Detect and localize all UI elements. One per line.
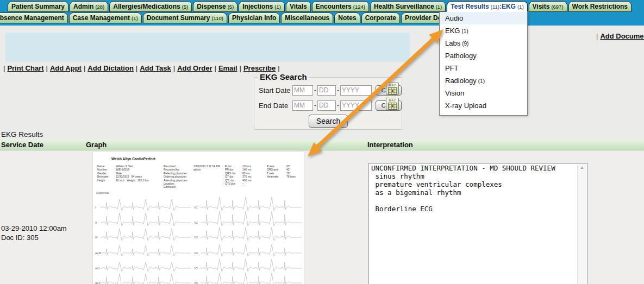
link-print-chart[interactable]: Print Chart [7,64,43,72]
menu-item-pft[interactable]: PFT [440,62,527,74]
dash: - [337,102,339,109]
separator: | [173,64,175,72]
tab-count: (28) [95,4,104,10]
start-day-input[interactable] [317,85,336,96]
calendar-month-label: MAY [386,99,398,102]
tab-label: Corporate [365,14,396,22]
add-document-link[interactable]: Add Document [600,32,644,40]
menu-item-radiology[interactable]: Radiology(1) [440,74,527,87]
menu-item-count: (9) [462,41,468,47]
tab-test-results[interactable]: Test Results(11):EKG(1) [447,1,527,12]
tab-dispense[interactable]: Dispense(5) [193,1,237,12]
menu-item-label: Audio [445,14,463,22]
tab-vitals[interactable]: Vitals [286,1,311,12]
tab-count: (124) [353,4,365,10]
tab-label: Dispense [197,3,226,10]
ekg-search-panel: EKG Search Start Date - - Clear End Date… [254,77,402,130]
tab-label: Health Surveillance [374,3,434,10]
menu-item-label: X-ray Upload [445,102,486,110]
tab-admin[interactable]: Admin(28) [70,1,108,12]
report-field-value: 3/29/2010 3:11:54 PM [193,165,220,168]
header-band: Patient SummaryAdmin(28)Allergies/Medica… [0,0,644,26]
menu-item-label: EKG [445,27,460,35]
end-year-input[interactable] [340,100,372,111]
calendar-icon [388,87,397,94]
tab-case-management[interactable]: Case Management(1) [69,12,142,23]
column-header-service-date: Service Date [1,140,43,150]
separator: | [84,64,85,72]
svg-text:V4: V4 [194,251,198,255]
separator: | [3,64,5,72]
column-header-interpretation: Interpretation [367,140,413,150]
service-date-cell: 03-29-2010 12:00am Doc ID: 305 [1,224,67,242]
menu-item-labs[interactable]: Labs(9) [440,37,527,49]
report-field-key: QTd dur: [225,182,242,185]
tab-document-summary[interactable]: Document Summary(110) [143,12,227,23]
report-field-key: Comment: [164,185,193,188]
tab-health-surveillance[interactable]: Health Surveillance(1) [370,1,446,12]
menu-item-vision[interactable]: Vision [440,87,527,99]
menu-item-pathology[interactable]: Pathology [440,49,527,62]
menu-item-audio[interactable]: Audio [440,12,527,24]
add-document-link-wrap: |Add Document [596,32,644,40]
tab-label: Notes [338,14,356,22]
interpretation-textarea[interactable]: UNCONFIRMED INTERPRETATION - MD SHOULD R… [368,163,587,284]
tab-label: Absence Management [0,14,64,22]
tab-label: Vitals [290,3,307,10]
test-results-dropdown-menu: AudioEKG(1)Labs(9)PathologyPFTRadiology(… [439,12,528,116]
svg-text:V2: V2 [194,221,198,224]
report-patient-block: Name:William S HartNumber:WIE-10019Gende… [97,165,148,182]
end-date-label: End Date [259,102,292,110]
report-field-value: 42° [286,168,291,171]
ekg-graph-thumbnail[interactable]: Welch Allyn CardioPerfect Name:William S… [92,151,304,284]
tab-injections[interactable]: Injections(1) [239,1,285,12]
report-field-value: -- [242,182,244,185]
report-field: Height:66 inch Weight: 162.0 lbs [97,179,148,182]
search-button[interactable]: Search [309,115,348,128]
separator: | [214,64,216,72]
quick-links-bar: |Print Chart|Add Appt|Add Dictation|Add … [1,64,282,72]
link-prescribe[interactable]: Prescribe [243,64,276,72]
doc-id-value: Doc ID: 305 [1,233,67,242]
tab-physician-info[interactable]: Physician Info [228,12,280,23]
separator: | [596,32,598,40]
tab-absence-management[interactable]: Absence Management [0,12,68,23]
tab-bar-primary: Patient SummaryAdmin(28)Allergies/Medica… [8,1,633,12]
report-field-value: 140 ms [242,168,251,171]
tab-encounters[interactable]: Encounters(124) [312,1,369,12]
start-year-input[interactable] [340,85,372,96]
end-day-input[interactable] [317,100,336,111]
scrollbar[interactable]: ▲ [577,164,586,284]
svg-text:aVL: aVL [95,267,101,270]
dash: - [337,86,339,94]
report-field: QTd dur:-- [225,182,251,185]
link-add-task[interactable]: Add Task [140,64,171,72]
report-field-key: Heartrate: [267,175,286,178]
menu-item-label: Radiology [445,77,477,85]
link-email[interactable]: Email [218,64,237,72]
svg-text:V6: V6 [194,281,198,284]
svg-text:I: I [95,206,96,209]
end-month-input[interactable] [292,100,313,111]
link-add-order[interactable]: Add Order [177,64,212,72]
menu-item-ekg[interactable]: EKG(1) [440,24,527,37]
patient-info-banner [5,33,410,61]
tab-patient-summary[interactable]: Patient Summary [8,1,68,12]
tab-visits[interactable]: Visits(697) [529,1,567,12]
tab-notes[interactable]: Notes [334,12,360,23]
start-calendar-button[interactable]: MAY [386,83,399,95]
report-field-value: 400 ms [242,179,251,182]
link-add-appt[interactable]: Add Appt [50,64,82,72]
start-month-input[interactable] [292,85,313,96]
tab-work-restrictions[interactable]: Work Restrictions [568,1,632,12]
scroll-up-icon[interactable]: ▲ [578,164,586,172]
svg-text:V5: V5 [194,267,198,270]
tab-allergies-medications[interactable]: Allergies/Medications(5) [109,1,192,12]
tab-corporate[interactable]: Corporate [361,12,400,23]
svg-text:V1: V1 [194,206,198,209]
menu-item-x-ray-upload[interactable]: X-ray Upload [440,99,527,112]
tab-label: Injections [242,3,273,10]
tab-miscellaneous[interactable]: Miscellaneous [281,12,333,23]
link-add-dictation[interactable]: Add Dictation [87,64,134,72]
end-calendar-button[interactable]: MAY [386,98,399,110]
